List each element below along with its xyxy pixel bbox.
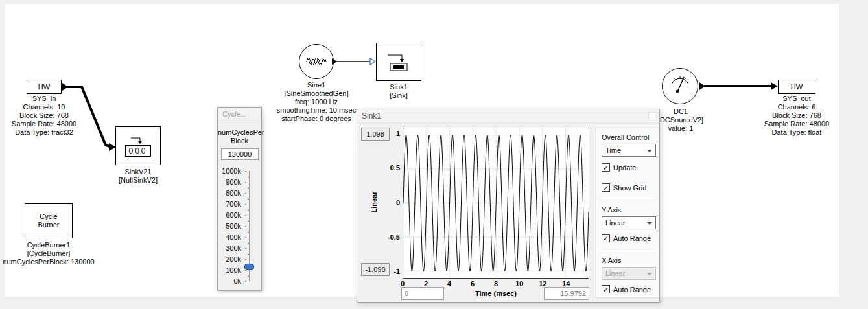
meter-gauge-icon	[666, 72, 694, 100]
sine1-caption: Sine1 [SineSmoothedGen] freq: 1000 Hz sm…	[271, 81, 362, 123]
dropdown-value: Time	[605, 146, 621, 154]
update-checkbox[interactable]: Update	[602, 163, 636, 172]
sys-out-detail: Sample Rate: 48000	[753, 120, 841, 128]
cycle-burner-window[interactable]: Cycle... numCyclesPer Block 130000 1000k…	[217, 107, 262, 291]
chevron-down-icon	[647, 222, 652, 225]
sys-out-detail: Data Type: float	[753, 128, 841, 137]
dc1-name: DC1	[651, 108, 710, 116]
y-tick-label: 1	[386, 130, 400, 138]
y-tick-label: -1	[386, 268, 400, 276]
slider-scale-label: 700k	[219, 200, 241, 208]
slider-scale-label: 400k	[219, 233, 241, 241]
y-axis-title: Linear	[370, 183, 378, 222]
chevron-down-icon	[647, 273, 652, 275]
sine1-type: [SineSmoothedGen]	[271, 89, 362, 98]
y-tick-label: 0.5	[386, 164, 400, 172]
slider-major-tick: ·	[244, 279, 247, 283]
dc1-caption: DC1 [DCSourceV2] value: 1	[651, 108, 710, 133]
null-sink-digits: 000	[125, 145, 150, 157]
sys-in-detail: Data Type: fract32	[0, 128, 88, 137]
sys-out-detail: Block Size: 768	[753, 111, 841, 120]
sys-in-detail: Channels: 10	[0, 103, 88, 111]
x-tick-label: 10	[511, 280, 527, 288]
block-sys-in[interactable]: HW	[27, 80, 62, 94]
divider	[600, 201, 655, 201]
sine1-detail: freq: 1000 Hz	[271, 98, 362, 106]
sink1-name: Sink1	[376, 83, 421, 91]
y-tick-label: 0	[386, 199, 400, 207]
sinkv21-caption: SinkV21 [NullSinkV2]	[106, 168, 170, 185]
cycle-burner-detail: numCyclesPerBlock: 130000	[0, 258, 97, 266]
checkbox-label: Show Grid	[613, 184, 646, 192]
block-dc1[interactable]	[662, 68, 698, 104]
slider-scale-label: 0k	[219, 277, 241, 285]
slider-scale-label: 200k	[219, 255, 241, 263]
sinkv21-type: [NullSinkV2]	[106, 176, 170, 185]
checkmark-icon	[602, 285, 610, 293]
sys-in-hw-label: HW	[38, 83, 50, 91]
sink-meter-icon	[386, 51, 412, 74]
sine1-name: Sine1	[271, 81, 362, 89]
plot-area[interactable]	[403, 128, 589, 279]
overall-control-dropdown[interactable]: Time	[602, 144, 656, 157]
slider-scale-label: 900k	[219, 178, 241, 186]
scope-control-panel: Overall Control Time Update Show Grid Y …	[596, 128, 659, 298]
x-tick-label: 6	[465, 280, 480, 288]
sink1-caption: Sink1 [Sink]	[376, 83, 421, 100]
dc1-detail: value: 1	[651, 124, 710, 133]
block-sys-out[interactable]: HW	[778, 80, 815, 94]
dc1-type: [DCSourceV2]	[651, 116, 710, 124]
x-min-box[interactable]: 0	[401, 287, 444, 300]
x-axis-group-label: X Axis	[602, 257, 622, 264]
sys-out-name: SYS_out	[753, 95, 841, 103]
slider-scale-label: 800k	[219, 189, 241, 197]
checkbox-label: Update	[613, 164, 636, 172]
sys-out-hw-label: HW	[791, 83, 803, 91]
cycle-burner-caption: CycleBurner1 [CycleBurner] numCyclesPerB…	[0, 241, 97, 266]
titlebar-button[interactable]	[648, 112, 657, 120]
cycles-slider[interactable]: 1000k··900k··800k··700k··600k··500k··400…	[218, 108, 261, 290]
x-axis-dropdown: Linear	[602, 267, 656, 280]
sine1-detail: startPhase: 0 degrees	[271, 115, 362, 123]
sys-in-detail: Block Size: 768	[0, 111, 88, 120]
dropdown-value: Linear	[605, 269, 626, 277]
checkbox-label: Auto Range	[613, 286, 651, 293]
sys-in-caption: SYS_in Channels: 10 Block Size: 768 Samp…	[0, 95, 88, 137]
sink1-window-title: Sink1	[362, 111, 381, 120]
y-tick-label: -0.5	[386, 233, 400, 242]
cycle-burner-label: Burner	[38, 221, 59, 229]
block-sinkv21[interactable]: 000	[115, 126, 161, 165]
block-cycle-burner[interactable]: Cycle Burner	[25, 203, 73, 238]
cycle-burner-type: [CycleBurner]	[0, 249, 97, 258]
x-tick-label: 8	[488, 280, 504, 288]
overall-control-label: Overall Control	[602, 133, 649, 141]
slider-scale-label: 300k	[219, 244, 241, 252]
block-sink1[interactable]	[376, 43, 421, 81]
checkbox-label: Auto Range	[613, 235, 651, 242]
slider-scale-label: 100k	[219, 266, 241, 274]
checkmark-icon	[602, 183, 610, 192]
sine1-detail: smoothingTime: 10 msec	[271, 106, 362, 115]
slider-scale-label: 1000k	[219, 167, 241, 175]
divider	[600, 253, 655, 253]
block-sine1[interactable]	[299, 44, 334, 79]
sink-arrow-icon	[130, 135, 146, 144]
checkmark-icon	[602, 163, 610, 172]
sink1-window-titlebar[interactable]: Sink1	[357, 109, 659, 123]
chevron-down-icon	[647, 150, 652, 152]
y-axis-group-label: Y Axis	[602, 206, 621, 214]
sine-plot	[403, 128, 589, 278]
x-max-box[interactable]: 15.9792	[544, 287, 589, 300]
y-auto-range-checkbox[interactable]: Auto Range	[602, 234, 651, 242]
x-auto-range-checkbox[interactable]: Auto Range	[602, 285, 651, 293]
cycle-burner-label: Cycle	[40, 212, 58, 221]
sink1-window[interactable]: Sink1 1.098 -1.098 Linear 10.50-0.5-1 02…	[357, 109, 660, 303]
sys-out-caption: SYS_out Channels: 6 Block Size: 768 Samp…	[753, 95, 841, 137]
sine-wave-icon	[305, 53, 327, 70]
sinkv21-name: SinkV21	[106, 168, 170, 176]
show-grid-checkbox[interactable]: Show Grid	[602, 183, 646, 192]
y-axis-dropdown[interactable]: Linear	[602, 216, 656, 229]
sys-in-detail: Sample Rate: 48000	[0, 120, 88, 128]
checkmark-icon	[602, 234, 610, 242]
slider-thumb[interactable]	[244, 264, 254, 270]
